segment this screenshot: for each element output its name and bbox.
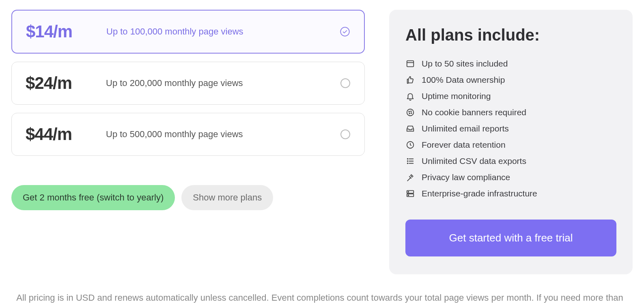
plan-price: $44/m <box>26 125 95 144</box>
radio-unchecked-icon <box>340 129 351 140</box>
svg-point-7 <box>411 113 412 114</box>
switch-yearly-button[interactable]: Get 2 months free (switch to yearly) <box>11 185 175 210</box>
free-trial-button[interactable]: Get started with a free trial <box>405 220 616 256</box>
plan-description: Up to 200,000 monthly page views <box>106 78 329 88</box>
radio-unchecked-icon <box>340 78 351 88</box>
svg-point-14 <box>407 163 408 164</box>
svg-point-6 <box>409 113 410 114</box>
pricing-disclaimer: All pricing is in USD and renews automat… <box>11 291 628 308</box>
feature-label: Enterprise-grade infrastructure <box>422 189 537 198</box>
feature-label: Unlimited email reports <box>422 124 509 134</box>
inbox-icon <box>405 124 415 134</box>
svg-point-18 <box>408 195 409 196</box>
feature-item: Uptime monitoring <box>405 88 616 104</box>
plan-card-0[interactable]: $14/m Up to 100,000 monthly page views <box>11 10 365 54</box>
thumbs-up-icon <box>405 75 415 85</box>
list-icon <box>405 156 415 166</box>
feature-item: No cookie banners required <box>405 104 616 121</box>
gavel-icon <box>405 172 415 182</box>
plan-description: Up to 100,000 monthly page views <box>106 26 328 37</box>
feature-label: Forever data retention <box>422 140 506 150</box>
feature-item: Up to 50 sites included <box>405 56 616 72</box>
svg-point-17 <box>408 192 409 192</box>
feature-label: No cookie banners required <box>422 108 526 117</box>
actions-row: Get 2 months free (switch to yearly) Sho… <box>11 185 365 210</box>
plan-card-1[interactable]: $24/m Up to 200,000 monthly page views <box>11 62 365 105</box>
feature-label: Up to 50 sites included <box>422 59 508 69</box>
svg-rect-1 <box>407 61 414 67</box>
svg-point-4 <box>409 111 409 112</box>
show-more-plans-button[interactable]: Show more plans <box>181 185 273 210</box>
feature-label: Uptime monitoring <box>422 91 491 101</box>
feature-list: Up to 50 sites included 100% Data owners… <box>405 56 616 202</box>
clock-icon <box>405 140 415 150</box>
feature-item: Enterprise-grade infrastructure <box>405 185 616 202</box>
feature-label: 100% Data ownership <box>422 75 505 85</box>
plan-price: $14/m <box>26 22 95 41</box>
svg-point-13 <box>407 161 408 162</box>
bell-icon <box>405 91 415 101</box>
plans-column: $14/m Up to 100,000 monthly page views $… <box>11 10 365 210</box>
pricing-container: $14/m Up to 100,000 monthly page views $… <box>11 10 633 274</box>
feature-label: Unlimited CSV data exports <box>422 156 526 166</box>
plan-description: Up to 500,000 monthly page views <box>106 129 329 140</box>
feature-item: Unlimited email reports <box>405 121 616 137</box>
feature-item: Privacy law compliance <box>405 169 616 185</box>
browser-icon <box>405 59 415 69</box>
disclaimer-text: All pricing is in USD and renews automat… <box>16 293 623 308</box>
svg-point-3 <box>407 109 414 116</box>
feature-item: Unlimited CSV data exports <box>405 153 616 169</box>
includes-title: All plans include: <box>405 26 616 44</box>
svg-point-0 <box>340 27 349 36</box>
svg-point-12 <box>407 159 408 159</box>
feature-label: Privacy law compliance <box>422 172 510 182</box>
server-icon <box>405 189 415 198</box>
check-circle-icon <box>340 26 350 37</box>
plan-price: $24/m <box>26 73 95 93</box>
feature-item: 100% Data ownership <box>405 72 616 88</box>
feature-item: Forever data retention <box>405 137 616 153</box>
cookie-icon <box>405 108 415 117</box>
svg-point-5 <box>411 111 411 112</box>
includes-panel: All plans include: Up to 50 sites includ… <box>389 10 633 274</box>
plan-card-2[interactable]: $44/m Up to 500,000 monthly page views <box>11 113 365 156</box>
